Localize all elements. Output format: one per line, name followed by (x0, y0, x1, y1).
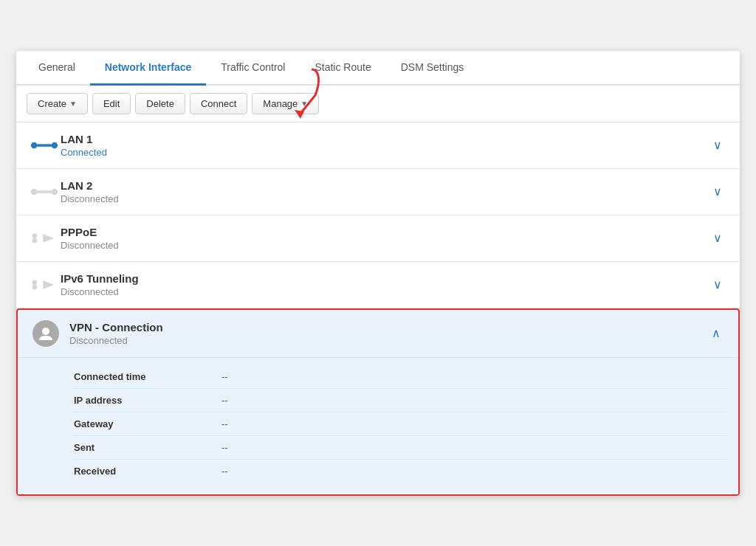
vpn-gateway-value: -- (221, 418, 228, 429)
pppoe-name: PPPoE (61, 226, 707, 238)
pppoe-info: PPPoE Disconnected (61, 226, 707, 251)
vpn-details: Connected time -- IP address -- Gateway … (18, 358, 738, 494)
vpn-ip-row: IP address -- (74, 389, 726, 412)
vpn-sent-value: -- (221, 442, 228, 453)
vpn-received-value: -- (221, 466, 228, 477)
lan2-name: LAN 2 (61, 179, 707, 192)
svg-rect-2 (37, 144, 52, 146)
manage-button[interactable]: Manage ▼ (252, 93, 319, 114)
vpn-connected-time-row: Connected time -- (74, 365, 726, 389)
ipv6-status: Disconnected (61, 286, 707, 297)
network-item-lan2: LAN 2 Disconnected ∨ (16, 169, 740, 215)
svg-point-13 (42, 328, 49, 335)
ipv6-chevron[interactable]: ∨ (707, 274, 728, 294)
tab-network-interface[interactable]: Network Interface (90, 51, 206, 86)
lan1-chevron[interactable]: ∨ (707, 135, 728, 155)
svg-point-4 (31, 188, 38, 195)
toolbar: Create ▼ Edit Delete Connect Manage ▼ (16, 86, 740, 122)
tab-dsm-settings[interactable]: DSM Settings (386, 51, 479, 86)
pppoe-chevron[interactable]: ∨ (707, 228, 728, 248)
vpn-connected-time-label: Connected time (74, 371, 221, 382)
vpn-chevron[interactable]: ∧ (706, 323, 726, 343)
vpn-ip-label: IP address (74, 395, 221, 406)
vpn-sent-row: Sent -- (74, 436, 726, 460)
vpn-gateway-label: Gateway (74, 418, 221, 429)
network-item-lan1: LAN 1 Connected ∨ (16, 122, 740, 169)
tab-bar: General Network Interface Traffic Contro… (16, 51, 740, 86)
delete-button[interactable]: Delete (135, 93, 185, 114)
manage-dropdown-arrow: ▼ (300, 100, 308, 108)
create-dropdown-arrow: ▼ (69, 100, 77, 108)
svg-point-1 (31, 142, 38, 148)
pppoe-icon (28, 230, 61, 246)
connect-button[interactable]: Connect (190, 93, 247, 114)
svg-marker-9 (43, 234, 54, 242)
tab-general[interactable]: General (24, 51, 90, 86)
create-button[interactable]: Create ▼ (27, 93, 88, 114)
svg-rect-5 (37, 190, 52, 193)
vpn-gateway-row: Gateway -- (74, 412, 726, 436)
vpn-name: VPN - Connection (69, 321, 706, 334)
lan2-chevron[interactable]: ∨ (707, 182, 728, 201)
network-list: LAN 1 Connected ∨ LAN 2 Disconnected ∨ (16, 122, 740, 496)
ipv6-icon (28, 277, 61, 293)
lan1-info: LAN 1 Connected (61, 133, 707, 158)
tab-traffic-control[interactable]: Traffic Control (206, 51, 300, 86)
vpn-icon (30, 320, 62, 347)
vpn-info: VPN - Connection Disconnected (62, 321, 706, 346)
network-item-ipv6: IPv6 Tunneling Disconnected ∨ (16, 262, 740, 308)
vpn-received-label: Received (74, 466, 221, 477)
tab-static-route[interactable]: Static Route (300, 51, 385, 86)
svg-point-3 (52, 142, 58, 148)
vpn-status: Disconnected (69, 335, 706, 346)
main-window: General Network Interface Traffic Contro… (16, 51, 740, 496)
svg-point-8 (32, 238, 38, 243)
vpn-section: VPN - Connection Disconnected ∧ Connecte… (16, 308, 740, 496)
lan2-info: LAN 2 Disconnected (61, 179, 707, 204)
network-item-pppoe: PPPoE Disconnected ∨ (16, 215, 740, 262)
ipv6-info: IPv6 Tunneling Disconnected (61, 272, 707, 297)
edit-button[interactable]: Edit (92, 93, 131, 114)
ipv6-name: IPv6 Tunneling (61, 272, 707, 285)
svg-point-6 (52, 188, 58, 195)
svg-marker-12 (43, 280, 54, 288)
svg-point-11 (32, 285, 38, 290)
vpn-connected-time-value: -- (221, 371, 228, 382)
vpn-sent-label: Sent (74, 442, 221, 453)
lan2-icon (28, 184, 61, 199)
lan1-icon (28, 138, 61, 153)
svg-point-7 (32, 233, 38, 238)
vpn-received-row: Received -- (74, 460, 726, 483)
pppoe-status: Disconnected (61, 240, 707, 251)
lan1-name: LAN 1 (61, 133, 707, 145)
svg-point-10 (32, 280, 38, 285)
lan1-status: Connected (61, 147, 707, 158)
vpn-ip-value: -- (221, 395, 228, 406)
lan2-status: Disconnected (61, 193, 707, 204)
vpn-header: VPN - Connection Disconnected ∧ (18, 310, 738, 358)
